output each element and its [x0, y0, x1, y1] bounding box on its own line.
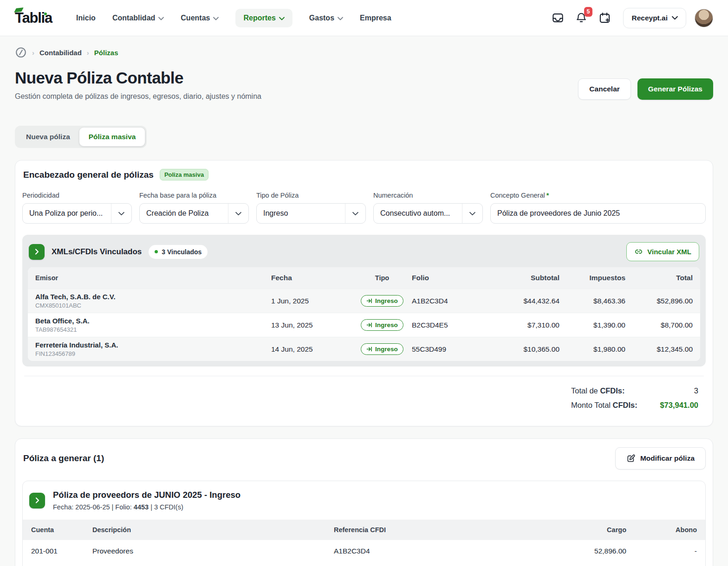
- cell-descripcion: Proveedores: [92, 547, 334, 555]
- tipo-poliza-select[interactable]: Ingreso: [256, 203, 366, 224]
- cell-fecha: 14 Jun, 2025: [271, 345, 352, 354]
- page-header: Nueva Póliza Contable Gestión completa d…: [15, 69, 713, 101]
- col-header-referencia: Referencia CFDI: [334, 526, 543, 534]
- numeracion-select[interactable]: Consecutivo autom...: [373, 203, 483, 224]
- edit-pencil-icon: [626, 454, 636, 463]
- nav-item-contablidad[interactable]: Contablidad: [112, 14, 164, 22]
- nav-item-cuentas[interactable]: Cuentas: [181, 14, 219, 22]
- field-label: Tipo de Póliza: [256, 192, 366, 199]
- page-content: › Contabilidad › Pólizas Nueva Póliza Co…: [0, 46, 728, 566]
- app-logo[interactable]: Tablia: [15, 10, 52, 26]
- cancel-button[interactable]: Cancelar: [578, 78, 630, 100]
- encabezado-title: Encabezado general de pólizas: [23, 170, 154, 180]
- generate-polizas-button[interactable]: Generar Pólizas: [637, 78, 713, 100]
- modificar-poliza-label: Modificar póliza: [640, 454, 695, 463]
- vinculados-count-text: 3 Vinculados: [162, 248, 202, 256]
- breadcrumb-contabilidad[interactable]: Contabilidad: [39, 49, 82, 57]
- calendar-add-icon[interactable]: [598, 12, 611, 24]
- field-label: Periodicidad: [22, 192, 132, 199]
- cell-subtotal: $44,432.64: [490, 297, 559, 305]
- collapse-chevron-button[interactable]: [29, 244, 45, 260]
- nav-item-inicio[interactable]: Inicio: [76, 14, 96, 22]
- emisor-rfc: FIN123456789: [35, 350, 271, 357]
- cell-subtotal: $10,365.00: [490, 345, 559, 354]
- arrow-in-icon: [366, 322, 372, 328]
- table-row[interactable]: 602-001 Gastos de Administración A1B2C3D…: [23, 562, 705, 566]
- nav-item-label: Inicio: [76, 14, 96, 22]
- nav-item-empresa[interactable]: Empresa: [360, 14, 391, 22]
- poliza-detail-titles: Póliza de proveedors de JUNIO 2025 - Ing…: [53, 490, 240, 511]
- organization-name: Receypt.ai: [631, 14, 668, 22]
- breadcrumb: › Contabilidad › Pólizas: [15, 46, 713, 58]
- cell-folio: B2C3D4E5: [412, 321, 490, 329]
- modificar-poliza-button[interactable]: Modificar póliza: [615, 447, 706, 470]
- encabezado-header: Encabezado general de pólizas Poliza mas…: [22, 169, 706, 180]
- tab-nueva-poliza[interactable]: Nueva póliza: [17, 128, 79, 146]
- nav-item-gastos[interactable]: Gastos: [309, 14, 343, 22]
- cell-fecha: 13 Jun, 2025: [271, 321, 352, 329]
- cell-impuestos: $1,390.00: [559, 321, 625, 329]
- logo-i-dot-accent: [44, 13, 47, 15]
- select-value: Una Poliza por perio...: [23, 209, 103, 218]
- arrow-in-icon: [366, 346, 372, 352]
- col-header-folio: Folio: [412, 274, 490, 282]
- cell-folio: A1B2C3D4: [412, 297, 490, 305]
- table-row[interactable]: Ferretería Industrial, S.A. FIN123456789…: [28, 337, 700, 361]
- cfdi-totals: Total de CFDIs: 3 Monto Total CFDIs: $73…: [24, 376, 704, 415]
- arrow-in-icon: [366, 298, 372, 304]
- inbox-tray-icon[interactable]: [552, 12, 564, 24]
- vincular-xml-button[interactable]: Vincular XML: [626, 242, 699, 261]
- emisor-rfc: CMX850101ABC: [35, 302, 271, 309]
- col-header-tipo: Tipo: [352, 274, 412, 282]
- fecha-base-select[interactable]: Creación de Poliza: [139, 203, 249, 224]
- poliza-detail-title: Póliza de proveedors de JUNIO 2025 - Ing…: [53, 490, 240, 500]
- table-row[interactable]: 201-001 Proveedores A1B2C3D4 52,896.00 -: [23, 540, 705, 562]
- cell-tipo: Ingreso: [352, 319, 412, 331]
- col-header-subtotal: Subtotal: [490, 274, 559, 282]
- notifications-bell-icon[interactable]: 5: [575, 12, 587, 24]
- monto-total-line: Monto Total CFDIs: $73,941.00: [571, 401, 698, 410]
- user-avatar[interactable]: [695, 9, 713, 27]
- organization-selector-button[interactable]: Receypt.ai: [623, 8, 686, 28]
- col-header-fecha: Fecha: [271, 274, 352, 282]
- cell-tipo: Ingreso: [352, 295, 412, 307]
- field-concepto-general: Concepto General*: [490, 192, 706, 224]
- xml-table: Emisor Fecha Tipo Folio Subtotal Impuest…: [28, 267, 700, 361]
- notification-count-badge: 5: [584, 7, 593, 17]
- xml-panel-title: XMLs/CFDIs Vinculados: [52, 247, 142, 257]
- link-icon: [634, 247, 643, 256]
- ingreso-badge: Ingreso: [361, 343, 403, 355]
- ingreso-badge: Ingreso: [361, 295, 403, 307]
- cell-impuestos: $1,980.00: [559, 345, 625, 354]
- breadcrumb-polizas[interactable]: Pólizas: [94, 49, 118, 57]
- page-title: Nueva Póliza Contable: [15, 69, 261, 87]
- emisor-rfc: TAB987654321: [35, 326, 271, 333]
- chevron-down-icon: [345, 204, 365, 223]
- emisor-name: Beta Office, S.A.: [35, 317, 271, 325]
- field-numeracion: Numercación Consecutivo autom...: [373, 192, 483, 224]
- concepto-general-input[interactable]: [490, 203, 706, 224]
- cell-subtotal: $7,310.00: [490, 321, 559, 329]
- cell-cargo: 52,896.00: [543, 547, 626, 555]
- nav-item-label: Gastos: [309, 14, 334, 22]
- chevron-down-icon: [213, 17, 219, 20]
- green-dot-icon: [155, 250, 158, 253]
- nav-item-reportes[interactable]: Reportes: [235, 9, 292, 27]
- compass-icon[interactable]: [15, 46, 27, 58]
- periodicidad-select[interactable]: Una Poliza por perio...: [22, 203, 132, 224]
- cell-fecha: 1 Jun, 2025: [271, 297, 352, 305]
- cell-referencia: A1B2C3D4: [334, 547, 543, 555]
- cell-abono: -: [626, 547, 697, 555]
- col-header-cuenta: Cuenta: [31, 526, 92, 534]
- ingreso-badge-label: Ingreso: [375, 346, 398, 353]
- poliza-masiva-badge: Poliza masiva: [160, 169, 208, 180]
- breadcrumb-separator: ›: [32, 49, 34, 57]
- poliza-detail-card: Póliza de proveedors de JUNIO 2025 - Ing…: [22, 481, 706, 566]
- table-row[interactable]: Alfa Tech, S.A.B. de C.V. CMX850101ABC 1…: [28, 289, 700, 313]
- table-row[interactable]: Beta Office, S.A. TAB987654321 13 Jun, 2…: [28, 313, 700, 337]
- tab-poliza-masiva[interactable]: Póliza masiva: [79, 128, 145, 146]
- cell-total: $52,896.00: [625, 297, 693, 305]
- total-cfdis-line: Total de CFDIs: 3: [571, 386, 698, 395]
- field-label-text: Concepto General: [490, 192, 545, 199]
- collapse-chevron-button[interactable]: [29, 493, 45, 508]
